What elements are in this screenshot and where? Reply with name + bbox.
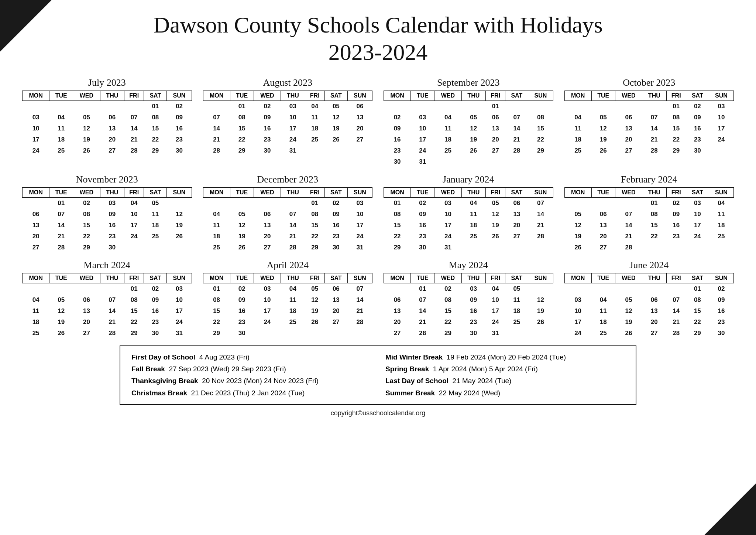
day-cell: 25 [591, 328, 615, 339]
day-cell: 29 [144, 145, 167, 156]
day-cell: 05 [564, 209, 591, 220]
month-title-1: August 2023 [203, 77, 373, 88]
day-cell: 25 [434, 145, 461, 156]
day-cell [615, 283, 642, 294]
day-cell: 24 [347, 231, 372, 242]
day-cell: 12 [324, 112, 347, 123]
day-cell: 10 [124, 209, 144, 220]
day-cell: 14 [528, 209, 553, 220]
copyright: copyright©usschoolcalendar.org [22, 409, 734, 417]
page-content: Dawson County Schools Calendar with Holi… [0, 0, 756, 425]
day-cell: 09 [666, 209, 686, 220]
day-cell: 30 [167, 145, 192, 156]
legend-right: Mid Winter Break 19 Feb 2024 (Mon) 20 Fe… [385, 351, 625, 399]
day-cell: 22 [384, 231, 411, 242]
day-cell: 08 [528, 112, 553, 123]
day-cell: 03 [564, 294, 591, 306]
day-cell: 05 [324, 100, 347, 112]
day-cell: 27 [100, 145, 124, 156]
legend-label: Mid Winter Break [385, 353, 443, 361]
day-header: WED [615, 273, 642, 283]
day-cell: 24 [434, 231, 461, 242]
day-cell: 15 [124, 306, 144, 317]
day-cell: 14 [505, 123, 528, 134]
day-cell: 27 [23, 242, 49, 253]
day-cell: 29 [203, 328, 230, 339]
day-cell: 06 [254, 209, 281, 220]
day-cell: 23 [100, 231, 124, 242]
day-header: FRI [666, 91, 686, 100]
day-cell: 04 [49, 112, 73, 123]
legend-dates: 22 May 2024 (Wed) [439, 389, 501, 397]
day-header: WED [254, 91, 281, 100]
day-cell [73, 100, 100, 112]
day-cell: 10 [686, 209, 709, 220]
day-cell [144, 242, 167, 253]
day-cell: 01 [203, 283, 230, 294]
day-cell: 01 [305, 197, 324, 209]
day-header: THU [642, 91, 667, 100]
month-title-3: October 2023 [564, 77, 734, 88]
day-cell: 24 [486, 317, 505, 328]
day-cell: 26 [230, 242, 254, 253]
day-cell: 30 [144, 328, 167, 339]
day-cell [254, 328, 281, 339]
day-header: SAT [505, 273, 528, 283]
day-cell: 20 [505, 220, 528, 231]
day-cell: 07 [49, 209, 73, 220]
day-cell: 21 [666, 317, 686, 328]
day-cell: 23 [666, 231, 686, 242]
day-cell: 25 [305, 134, 324, 145]
day-cell: 15 [230, 123, 254, 134]
day-cell: 07 [347, 283, 372, 294]
day-cell: 23 [384, 145, 411, 156]
day-cell [434, 100, 461, 112]
day-header: SAT [686, 273, 709, 283]
day-cell [305, 145, 324, 156]
day-header: SUN [167, 91, 192, 100]
day-cell: 13 [615, 123, 642, 134]
day-cell: 16 [144, 306, 167, 317]
month-block-3: October 2023MONTUEWEDTHUFRISATSUN0102030… [564, 77, 734, 167]
day-cell: 02 [144, 283, 167, 294]
day-cell: 17 [709, 123, 733, 134]
day-cell: 06 [384, 294, 411, 306]
day-cell: 29 [73, 242, 100, 253]
day-cell: 17 [411, 134, 434, 145]
day-cell [49, 100, 73, 112]
day-cell: 11 [203, 220, 230, 231]
day-cell: 02 [167, 100, 192, 112]
day-cell [709, 145, 733, 156]
day-cell [615, 100, 642, 112]
day-header: SUN [528, 91, 553, 100]
day-cell [347, 145, 372, 156]
day-cell: 23 [230, 317, 254, 328]
day-cell: 10 [709, 112, 733, 123]
day-cell: 28 [49, 242, 73, 253]
day-cell: 31 [167, 328, 192, 339]
day-header: THU [281, 187, 305, 197]
legend-wrapper: First Day of School 4 Aug 2023 (Fri)Fall… [22, 345, 734, 405]
day-cell: 15 [686, 306, 709, 317]
day-cell: 04 [281, 283, 305, 294]
day-cell: 13 [324, 294, 347, 306]
day-header: TUE [411, 273, 434, 283]
day-cell: 03 [100, 197, 124, 209]
day-cell: 10 [411, 123, 434, 134]
day-cell: 03 [709, 100, 733, 112]
day-cell: 02 [73, 197, 100, 209]
day-cell: 10 [281, 112, 305, 123]
day-header: TUE [49, 273, 73, 283]
day-cell: 15 [434, 306, 461, 317]
day-cell: 09 [254, 112, 281, 123]
cal-table-4: MONTUEWEDTHUFRISATSUN0102030405060708091… [22, 187, 192, 253]
day-cell: 22 [203, 317, 230, 328]
day-header: MON [23, 273, 49, 283]
day-cell: 09 [167, 112, 192, 123]
day-cell: 05 [73, 112, 100, 123]
day-header: WED [73, 187, 100, 197]
legend-label: Summer Break [385, 389, 435, 397]
day-cell [666, 242, 686, 253]
day-cell: 05 [486, 197, 505, 209]
day-cell: 05 [144, 197, 167, 209]
